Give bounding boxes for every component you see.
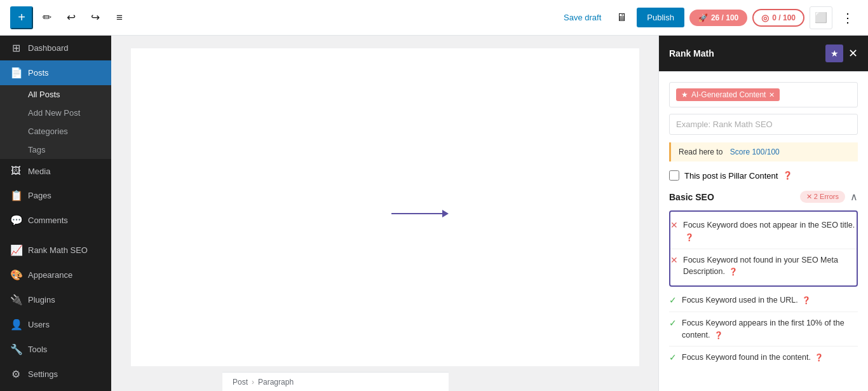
seo-check-item: ✕ Focus Keyword does not appear in the S… — [670, 214, 857, 249]
score-tip-link[interactable]: Score 100/100 — [730, 147, 780, 156]
sidebar-comments-label: Comments — [28, 216, 68, 225]
pages-icon: 📋 — [10, 189, 22, 202]
bottom-bar: Post › Paragraph — [222, 372, 449, 391]
keyword-tag-text: AI-Generated Content — [691, 90, 766, 99]
panel-title: Rank Math — [669, 48, 714, 58]
sidebar: ⊞ Dashboard 📄 Posts All Posts Add New Po… — [0, 36, 111, 391]
arrow-head — [442, 210, 449, 217]
plugins-icon: 🔌 — [10, 294, 22, 306]
keyword-placeholder-text: Example: Rank Math SEO — [676, 120, 773, 129]
sidebar-add-new[interactable]: Add New Post — [0, 104, 111, 122]
seo-score-badge-red[interactable]: ◎ 0 / 100 — [752, 9, 804, 27]
sidebar-rank-math-label: Rank Math SEO — [28, 245, 88, 255]
add-block-button[interactable]: + — [10, 6, 33, 29]
split-view-button[interactable]: ⬜ — [810, 6, 832, 29]
arrow-overlay — [391, 210, 449, 217]
sidebar-item-tools[interactable]: 🔧 Tools — [0, 337, 111, 362]
tools-icon: 🔧 — [10, 343, 22, 355]
dashboard-icon: ⊞ — [10, 42, 22, 54]
monitor-icon[interactable]: 🖥 — [611, 8, 632, 28]
check-text-1: Focus Keyword does not appear in the SEO… — [683, 219, 857, 244]
error-badge: ✕ 2 Errors — [800, 191, 845, 203]
sidebar-all-posts[interactable]: All Posts — [0, 85, 111, 104]
help-icon-3[interactable]: ❓ — [802, 296, 811, 304]
error-icon-1: ✕ — [670, 220, 678, 230]
comments-icon: 💬 — [10, 214, 22, 226]
close-panel-button[interactable]: ✕ — [848, 48, 858, 59]
main-layout: ⊞ Dashboard 📄 Posts All Posts Add New Po… — [0, 36, 868, 391]
success-icon-3: ✓ — [669, 295, 677, 305]
sidebar-item-media[interactable]: 🖼 Media — [0, 159, 111, 183]
editor-area[interactable]: Post › Paragraph — [111, 36, 658, 391]
rank-math-panel: Rank Math ★ ✕ ★ AI-Generated Content ✕ E… — [658, 36, 868, 391]
sidebar-pages-label: Pages — [28, 191, 51, 200]
section-toggle-button[interactable]: ∧ — [850, 191, 858, 203]
seo-check-item: ✓ Focus Keyword found in the content. ❓ — [669, 346, 858, 369]
rocket-icon: 🚀 — [698, 13, 708, 22]
pillar-help-icon[interactable]: ❓ — [783, 171, 792, 180]
sidebar-settings-label: Settings — [28, 369, 58, 379]
tag-star-icon: ★ — [681, 90, 688, 99]
help-icon-4[interactable]: ❓ — [714, 331, 723, 339]
sidebar-item-dashboard[interactable]: ⊞ Dashboard — [0, 36, 111, 60]
seo-score-value-red: 0 / 100 — [772, 13, 796, 22]
seo-score-value-orange: 26 / 100 — [711, 13, 738, 22]
pillar-checkbox[interactable] — [669, 170, 679, 181]
help-icon-5[interactable]: ❓ — [815, 353, 824, 361]
keyword-input-area[interactable]: ★ AI-Generated Content ✕ — [669, 82, 858, 107]
help-icon-1[interactable]: ❓ — [685, 233, 694, 241]
top-toolbar: + ✏ ↩ ↪ ≡ Save draft 🖥 Publish 🚀 26 / 10… — [0, 0, 868, 36]
panel-body: ★ AI-Generated Content ✕ Example: Rank M… — [659, 72, 868, 391]
editor-canvas[interactable] — [131, 48, 639, 366]
sidebar-item-pages[interactable]: 📋 Pages — [0, 183, 111, 208]
check-text-3: Focus Keyword used in the URL. ❓ — [682, 294, 858, 306]
sidebar-item-users[interactable]: 👤 Users — [0, 312, 111, 337]
sidebar-categories[interactable]: Categories — [0, 122, 111, 141]
save-draft-button[interactable]: Save draft — [559, 9, 606, 26]
score-tip: Read here to Score 100/100 — [669, 142, 858, 161]
more-options-button[interactable]: ⋮ — [837, 8, 858, 28]
seo-check-item: ✓ Focus Keyword used in the URL. ❓ — [669, 289, 858, 312]
score-tip-text: Read here to — [679, 147, 722, 156]
star-button[interactable]: ★ — [825, 45, 843, 62]
sidebar-item-posts[interactable]: 📄 Posts — [0, 60, 111, 85]
error-icon-2: ✕ — [670, 255, 678, 265]
error-highlight-box: ✕ Focus Keyword does not appear in the S… — [669, 210, 858, 287]
sidebar-item-appearance[interactable]: 🎨 Appearance — [0, 263, 111, 287]
circle-icon: ◎ — [761, 13, 769, 23]
seo-check-item: ✓ Focus Keyword appears in the first 10%… — [669, 312, 858, 347]
basic-seo-title: Basic SEO — [669, 192, 714, 202]
toolbar-left: + ✏ ↩ ↪ ≡ — [10, 6, 130, 29]
edit-icon[interactable]: ✏ — [37, 8, 57, 28]
breadcrumb-separator: › — [252, 378, 254, 387]
breadcrumb-post: Post — [233, 378, 248, 387]
check-text-5: Focus Keyword found in the content. ❓ — [682, 352, 858, 364]
seo-score-badge-orange[interactable]: 🚀 26 / 100 — [689, 10, 747, 26]
undo-button[interactable]: ↩ — [61, 8, 81, 28]
sidebar-item-rank-math[interactable]: 📈 Rank Math SEO — [0, 238, 111, 263]
keyword-placeholder-field[interactable]: Example: Rank Math SEO — [669, 114, 858, 135]
help-icon-2[interactable]: ❓ — [729, 268, 738, 275]
publish-button[interactable]: Publish — [637, 8, 684, 27]
sidebar-item-comments[interactable]: 💬 Comments — [0, 208, 111, 233]
list-view-icon[interactable]: ≡ — [109, 8, 130, 28]
success-icon-5: ✓ — [669, 352, 677, 362]
sidebar-item-plugins[interactable]: 🔌 Plugins — [0, 287, 111, 312]
toolbar-right: Save draft 🖥 Publish 🚀 26 / 100 ◎ 0 / 10… — [559, 6, 858, 29]
breadcrumb-paragraph: Paragraph — [258, 378, 294, 387]
media-icon: 🖼 — [10, 165, 22, 177]
rank-math-icon: 📈 — [10, 244, 22, 256]
sidebar-tools-label: Tools — [28, 345, 47, 354]
sidebar-item-settings[interactable]: ⚙ Settings — [0, 362, 111, 387]
collapse-menu-button[interactable]: ◀ Collapse menu — [0, 387, 111, 391]
sidebar-dashboard-label: Dashboard — [28, 43, 69, 53]
panel-header: Rank Math ★ ✕ — [659, 36, 868, 72]
keyword-remove-button[interactable]: ✕ — [769, 91, 775, 99]
pillar-row: This post is Pillar Content ❓ — [669, 170, 858, 181]
sidebar-users-label: Users — [28, 320, 50, 329]
posts-icon: 📄 — [10, 67, 22, 79]
redo-button[interactable]: ↪ — [85, 8, 105, 28]
users-icon: 👤 — [10, 319, 22, 331]
basic-seo-section-header: Basic SEO ✕ 2 Errors ∧ — [669, 191, 858, 203]
sidebar-tags[interactable]: Tags — [0, 141, 111, 159]
